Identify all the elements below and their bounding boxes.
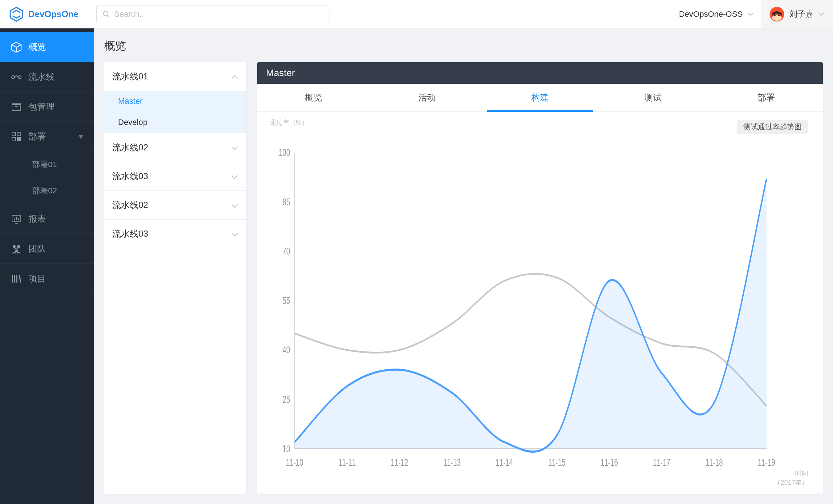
- sidebar-item-package[interactable]: 包管理: [0, 92, 94, 122]
- svg-rect-11: [15, 106, 17, 107]
- pipeline-group-header[interactable]: 流水线01: [104, 62, 246, 91]
- svg-point-5: [774, 14, 776, 16]
- user-menu[interactable]: 刘子嘉: [761, 0, 833, 28]
- project-icon: [11, 273, 22, 284]
- svg-line-27: [19, 275, 21, 283]
- chart-tab[interactable]: 概览: [257, 84, 370, 111]
- svg-rect-12: [12, 132, 16, 136]
- sidebar-item-report[interactable]: 报表: [0, 204, 94, 234]
- sidebar-item-deploy[interactable]: 部署▾: [0, 122, 94, 151]
- sidebar-item-label: 项目: [28, 273, 46, 284]
- branch-item[interactable]: Develop: [104, 112, 246, 133]
- svg-point-23: [15, 249, 18, 252]
- branch-item[interactable]: Master: [104, 91, 246, 112]
- svg-text:11-18: 11-18: [705, 456, 723, 468]
- svg-point-8: [18, 76, 21, 79]
- chart-badge: 测试通过率趋势图: [737, 120, 808, 134]
- trend-chart: 10254055708510011-1011-1111-1211-1311-14…: [268, 118, 812, 483]
- pipeline-group-header[interactable]: 流水线02: [104, 191, 246, 219]
- package-icon: [11, 101, 22, 112]
- team-icon: [11, 243, 22, 254]
- chart-body: 通过率（%） 测试通过率趋势图 10254055708510011-1011-1…: [257, 112, 823, 494]
- sidebar-subitem[interactable]: 部署02: [0, 178, 94, 204]
- svg-line-2: [107, 15, 110, 17]
- svg-text:11-13: 11-13: [443, 456, 461, 468]
- caret-down-icon: [748, 12, 754, 16]
- sidebar-item-project[interactable]: 项目: [0, 264, 94, 294]
- chart-tab[interactable]: 测试: [597, 84, 709, 111]
- svg-text:11-14: 11-14: [496, 456, 513, 468]
- chevron-down-icon: [231, 142, 238, 153]
- pipeline-name: 流水线01: [112, 71, 148, 82]
- sidebar-item-label: 部署: [28, 131, 46, 142]
- avatar: [770, 7, 784, 21]
- svg-text:11-19: 11-19: [758, 456, 775, 468]
- pipeline-list-panel: 流水线01MasterDevelop流水线02流水线03流水线02流水线03: [104, 62, 246, 494]
- sidebar-subitem[interactable]: 部署01: [0, 151, 94, 178]
- search-icon: [102, 10, 110, 18]
- page-title: 概览: [104, 39, 823, 54]
- sidebar: 概览流水线包管理部署▾部署01部署02报表团队项目: [0, 28, 94, 504]
- pipeline-group-header[interactable]: 流水线03: [104, 220, 246, 248]
- sidebar-item-label: 报表: [28, 213, 46, 225]
- chevron-down-icon: [231, 171, 238, 181]
- logo[interactable]: DevOpsOne: [0, 7, 94, 22]
- svg-text:10: 10: [282, 443, 290, 454]
- sidebar-item-label: 团队: [28, 243, 46, 255]
- pipeline-group-header[interactable]: 流水线02: [104, 133, 246, 162]
- pipeline-group-header[interactable]: 流水线03: [104, 162, 246, 190]
- cube-icon: [11, 42, 22, 52]
- svg-point-22: [17, 245, 20, 248]
- chart-panel-title: Master: [257, 62, 823, 84]
- pipeline-name: 流水线02: [112, 142, 148, 153]
- svg-text:55: 55: [282, 295, 290, 306]
- svg-rect-15: [17, 137, 21, 141]
- chart-y-label: 通过率（%）: [270, 118, 308, 127]
- chart-panel: Master 概览活动构建测试部署 通过率（%） 测试通过率趋势图 102540…: [257, 62, 823, 494]
- caret-down-icon: ▾: [79, 131, 83, 142]
- svg-text:11-16: 11-16: [601, 456, 618, 468]
- svg-point-6: [778, 14, 780, 16]
- svg-text:11-12: 11-12: [391, 456, 408, 468]
- svg-text:70: 70: [282, 245, 290, 257]
- logo-text: DevOpsOne: [28, 9, 78, 19]
- pipeline-name: 流水线03: [112, 228, 148, 240]
- chevron-down-icon: [231, 229, 238, 239]
- pipeline-name: 流水线03: [112, 170, 148, 182]
- sidebar-item-label: 概览: [28, 41, 46, 53]
- svg-text:85: 85: [282, 196, 290, 208]
- svg-marker-0: [10, 7, 23, 21]
- svg-point-1: [103, 11, 108, 16]
- sidebar-item-pipeline[interactable]: 流水线: [0, 62, 94, 92]
- org-name: DevOpsOne-OSS: [679, 9, 743, 19]
- chart-tab[interactable]: 部署: [710, 84, 823, 111]
- org-selector[interactable]: DevOpsOne-OSS: [672, 0, 761, 28]
- caret-down-icon: [818, 12, 824, 16]
- chart-x-label: 时间 （2017年）: [774, 469, 808, 487]
- svg-rect-14: [12, 137, 16, 141]
- sidebar-item-label: 流水线: [28, 71, 55, 83]
- sidebar-item-label: 包管理: [28, 101, 55, 113]
- chart-tab[interactable]: 构建: [484, 84, 597, 111]
- svg-text:11-15: 11-15: [548, 456, 566, 468]
- pipeline-icon: [11, 71, 22, 82]
- chevron-up-icon: [231, 71, 238, 82]
- search-input[interactable]: [114, 9, 323, 19]
- svg-point-7: [12, 76, 15, 79]
- svg-text:40: 40: [282, 344, 290, 355]
- svg-text:11-11: 11-11: [339, 456, 356, 468]
- svg-point-4: [772, 15, 782, 21]
- logo-icon: [9, 7, 24, 22]
- search-box[interactable]: [96, 5, 329, 23]
- svg-text:11-17: 11-17: [653, 456, 670, 468]
- deploy-icon: [11, 131, 22, 142]
- main-content: 概览 流水线01MasterDevelop流水线02流水线03流水线02流水线0…: [94, 28, 833, 504]
- pipeline-name: 流水线02: [112, 199, 148, 211]
- chart-tab[interactable]: 活动: [370, 84, 483, 111]
- sidebar-item-cube[interactable]: 概览: [0, 32, 94, 62]
- svg-rect-10: [12, 103, 21, 105]
- report-icon: [11, 213, 22, 224]
- chart-tabs: 概览活动构建测试部署: [257, 84, 823, 112]
- sidebar-item-team[interactable]: 团队: [0, 234, 94, 264]
- svg-text:100: 100: [279, 146, 290, 158]
